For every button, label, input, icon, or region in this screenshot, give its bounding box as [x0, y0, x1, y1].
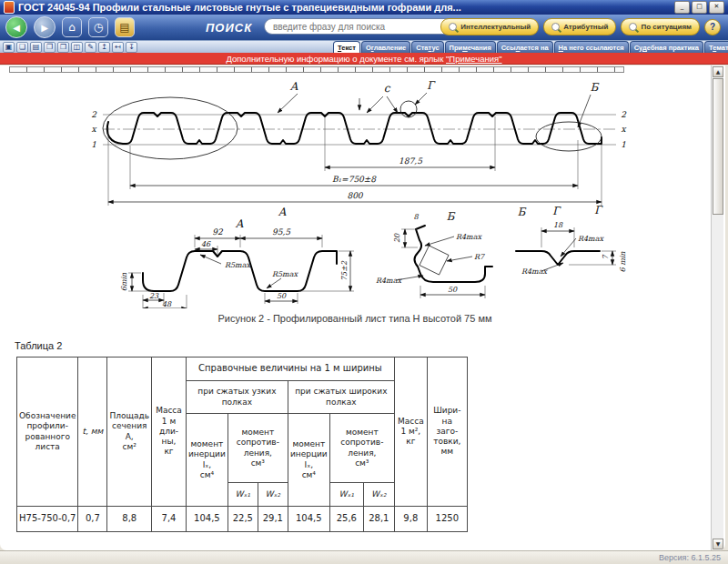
table-header-cell: Wₓ₂ [258, 483, 288, 507]
save-button[interactable]: ▣ [3, 42, 15, 53]
tab-refers-to[interactable]: Ссылается на [497, 41, 553, 53]
view-title: Г [552, 205, 561, 217]
tab-text[interactable]: Текст [333, 41, 360, 53]
table-header-cell: момент инерции Iₓ, см⁴ [288, 414, 329, 507]
table-header-cell: Шири- на заго- товки, мм [427, 358, 467, 507]
scroll-down-icon: ▼ [716, 540, 721, 547]
tab-contents[interactable]: Оглавление [361, 41, 410, 53]
dimension-label: 8 [413, 213, 419, 221]
table-header-cell: момент инерции Iₓ, см⁴ [187, 414, 228, 507]
home-button[interactable]: ⌂ [62, 17, 82, 37]
edit-doc-icon: ✎ [87, 43, 94, 51]
download-icon: ↧ [128, 43, 135, 51]
edit-document-button[interactable]: ✎ [85, 42, 96, 53]
forward-button[interactable]: ▶ [34, 16, 56, 38]
profile-overview: 2 х 1 2 х 1 А с Г Б 187,5 [91, 79, 627, 218]
table-header-cell: Wₓ₁ [228, 483, 258, 507]
search-lens-icon [551, 23, 560, 31]
ruler [9, 66, 624, 73]
tab-status[interactable]: Статус [411, 41, 443, 53]
situation-search-button[interactable]: По ситуациям [621, 18, 700, 35]
search-label: ПОИСК [206, 21, 252, 35]
document-tab-bar: Текст Оглавление Статус Примечания Ссыла… [333, 40, 725, 53]
table-header-cell: Масса 1 м дли- ны, кг [152, 358, 187, 507]
scroll-down-button[interactable]: ▼ [713, 539, 723, 549]
dimension-label: 20 [393, 233, 401, 243]
radius-label: R4max [578, 235, 604, 243]
table-header-cell: Масса 1 м², кг [394, 358, 427, 507]
dimension-label: 50 [448, 286, 458, 294]
navigation-toolbar: ◀ ▶ ⌂ ◷ ▤ ПОИСК Интеллектуальный Атрибут… [0, 15, 728, 40]
table-cell: 25,6 [329, 507, 363, 532]
dimension-label: 6min [120, 272, 128, 291]
technical-drawing: 2 х 1 2 х 1 А с Г Б 187,5 [86, 76, 632, 308]
scrollbar-thumb[interactable] [713, 78, 723, 215]
dimension-label: 23 [149, 292, 159, 300]
history-button[interactable]: ◷ [88, 17, 108, 37]
status-bar: Версия: 6.1.5.25 [0, 550, 728, 564]
maximize-button[interactable]: □ [692, 1, 707, 14]
dimension-label: 50 [277, 292, 287, 300]
copy-button[interactable]: ❐ [44, 42, 56, 53]
table-header-cell: Wₓ₁ [329, 483, 363, 507]
add-window-button[interactable]: ◫ [71, 42, 83, 53]
axis-label: 1 [621, 140, 626, 149]
table-cell: 29,1 [258, 507, 288, 532]
version-text: Версия: 6.1.5.25 [659, 553, 721, 562]
detail-view-a: А 92 95,5 46 R5max R5max 6min [120, 217, 354, 308]
notes-link[interactable]: "Примечания" [446, 54, 502, 64]
radius-label: R4max [456, 233, 482, 241]
open-new-window-button[interactable]: ❒ [57, 42, 69, 53]
help-button[interactable]: ? [704, 19, 721, 35]
vertical-scrollbar[interactable]: ▲ ▼ [711, 65, 723, 550]
scroll-up-button[interactable]: ▲ [713, 66, 723, 77]
zone-label: А [278, 206, 287, 218]
dimension-label: 187,5 [399, 156, 423, 166]
table-cell: 104,5 [187, 507, 228, 532]
table-header-cell: Справочные величины на 1 м ширины [187, 358, 395, 381]
documents-button[interactable]: ▤ [115, 17, 135, 37]
zone-label: Г [594, 204, 603, 217]
radius-label: R7 [474, 253, 485, 261]
radius-label: R5max [272, 270, 298, 278]
tab-notes[interactable]: Примечания [445, 41, 496, 53]
table-cell: 104,5 [288, 507, 329, 532]
view-title: А [235, 217, 244, 230]
dimension-label: В₁=750±8 [332, 175, 377, 184]
document-view: 2 х 1 2 х 1 А с Г Б 187,5 [0, 65, 725, 550]
zone-label: Б [518, 206, 527, 218]
title-bar: ГОСТ 24045-94 Профили стальные листовые … [0, 0, 728, 15]
table-header-cell: при сжатых широких полках [288, 381, 394, 414]
forward-icon: ▶ [41, 23, 48, 33]
table-header-cell: момент сопротив- ления, см³ [329, 414, 394, 483]
callout-label: Г [427, 79, 436, 92]
table-header-cell: Wₓ₂ [363, 483, 394, 507]
dimension-label: 75±2 [340, 260, 349, 281]
close-button[interactable]: ✕ [709, 1, 724, 14]
search-lens-icon [629, 23, 637, 31]
export-doc-icon: ❏ [19, 43, 25, 51]
export-up-icon: ↥ [101, 43, 107, 51]
table-header-cell: Площадь сечения А, см² [107, 358, 152, 507]
export-document-button[interactable]: ❏ [16, 42, 28, 53]
dimension-label: 800 [347, 191, 363, 200]
download-button[interactable]: ↧ [126, 42, 137, 53]
documents-icon: ▤ [119, 21, 129, 34]
dimension-label: 7 [602, 255, 610, 260]
tab-referred-by[interactable]: На него ссылаются [554, 41, 629, 53]
radius-label: R5max [225, 261, 251, 269]
save-icon: ▣ [5, 43, 13, 51]
table-cell: 1250 [427, 507, 467, 532]
intellectual-search-button[interactable]: Интеллектуальный [440, 18, 539, 35]
new-window-icon: ❒ [60, 43, 66, 51]
attribute-search-button[interactable]: Атрибутный [543, 18, 616, 35]
notice-banner: Дополнительную информацию о документе см… [0, 53, 728, 65]
back-button[interactable]: ◀ [5, 16, 27, 38]
tab-topics[interactable]: Тематики [704, 41, 728, 53]
export-up-button[interactable]: ↥ [98, 42, 110, 53]
minimize-button[interactable]: _ [674, 1, 690, 14]
insert-left-button[interactable]: ↤ [112, 42, 124, 53]
print-button[interactable]: ▤ [30, 42, 42, 53]
dimension-label: 95,5 [272, 227, 291, 237]
tab-court-practice[interactable]: Судебная практика [630, 41, 703, 53]
